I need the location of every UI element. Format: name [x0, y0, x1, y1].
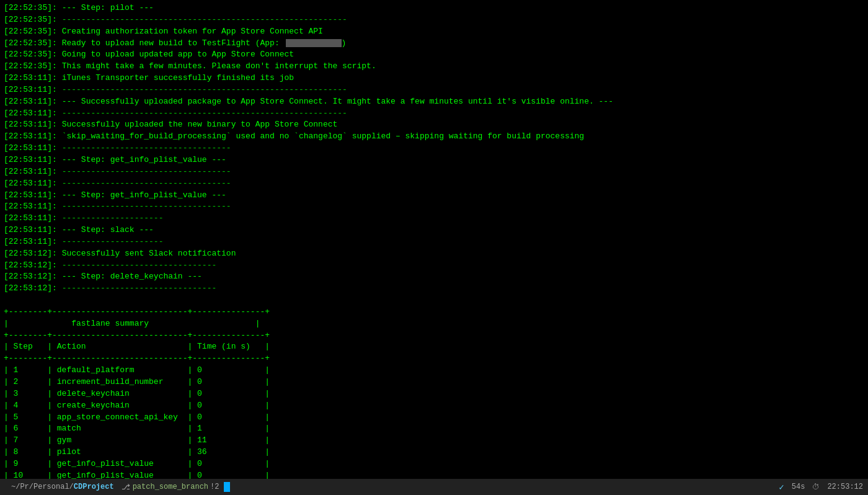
table-row: | 10 | get_info_plist_value | 0 | — [4, 470, 864, 479]
cursor-block — [224, 482, 230, 492]
log-line: [22:53:11]: Successfully uploaded the ne… — [4, 119, 864, 131]
terminal-output: [22:52:35]: --- Step: pilot --- [22:52:3… — [0, 0, 868, 479]
log-line: [22:53:11]: --------------------- — [4, 213, 864, 225]
branch-extra: !2 — [210, 483, 219, 491]
status-bar: ~/Pr/Personal/CDProject ⎇patch_some_bran… — [0, 479, 868, 495]
table-row: | 9 | get_info_plist_value | 0 | — [4, 458, 864, 470]
log-line: [22:53:12]: ----------------------------… — [4, 283, 864, 295]
log-line: [22:53:11]: ----------------------------… — [4, 178, 864, 190]
table-row: | 4 | create_keychain | 0 | — [4, 400, 864, 412]
log-line: [22:53:11]: iTunes Transporter successfu… — [4, 73, 864, 84]
check-icon: ✓ — [779, 482, 784, 493]
table-border: +--------+----------------------------+-… — [4, 306, 864, 318]
table-header: | fastlane summary | — [4, 318, 864, 330]
table-border: +--------+----------------------------+-… — [4, 353, 864, 365]
log-line: [22:53:11]: ----------------------------… — [4, 108, 864, 120]
branch-name: patch_some_branch — [133, 483, 208, 491]
table-row: | 6 | match | 1 | — [4, 423, 864, 435]
log-line: [22:53:11]: --- Successfully uploaded pa… — [4, 96, 864, 108]
log-line: [22:52:35]: This might take a few minute… — [4, 61, 864, 73]
table-row: | 5 | app_store_connect_api_key | 0 | — [4, 412, 864, 424]
log-line: [22:53:12]: ----------------------------… — [4, 260, 864, 272]
table-row: | 7 | gym | 11 | — [4, 435, 864, 447]
log-line: [22:53:11]: `skip_waiting_for_build_proc… — [4, 131, 864, 143]
log-line: [22:53:11]: ----------------------------… — [4, 166, 864, 178]
clock-icon: ⏱ — [812, 483, 820, 492]
log-line: [22:53:11]: ----------------------------… — [4, 84, 864, 96]
table-row: | 2 | increment_build_number | 0 | — [4, 377, 864, 388]
log-line: [22:52:35]: Going to upload updated app … — [4, 49, 864, 61]
log-line: [22:52:35]: ----------------------------… — [4, 14, 864, 26]
log-line: [22:52:35]: Ready to upload new build to… — [4, 38, 864, 50]
log-line: [22:53:11]: --------------------- — [4, 236, 864, 248]
git-icon: ⎇ — [122, 483, 130, 492]
log-line: [22:53:11]: --- Step: get_info_plist_val… — [4, 154, 864, 166]
table-row: | 3 | delete_keychain | 0 | — [4, 388, 864, 400]
redacted-value — [286, 39, 342, 47]
log-line: [22:52:35]: --- Step: pilot --- — [4, 2, 864, 14]
log-line: [22:53:11]: --- Step: get_info_plist_val… — [4, 190, 864, 202]
current-time: 22:53:12 — [827, 483, 863, 491]
duration: 54s — [792, 483, 805, 491]
log-line: [22:53:11]: --- Step: slack --- — [4, 225, 864, 236]
table-border: +--------+----------------------------+-… — [4, 330, 864, 342]
table-col-header: | Step | Action | Time (in s) | — [4, 341, 864, 353]
statusbar-right: ✓ 54s ⏱ 22:53:12 — [779, 482, 863, 493]
path-prefix: ~/Pr/Personal/ — [11, 483, 74, 491]
log-line: [22:52:35]: Creating authorization token… — [4, 26, 864, 38]
blank-line — [4, 295, 864, 306]
log-line: [22:53:12]: Successfully sent Slack noti… — [4, 248, 864, 260]
log-line: [22:53:11]: ----------------------------… — [4, 201, 864, 213]
table-row: | 1 | default_platform | 0 | — [4, 365, 864, 377]
log-line: [22:53:12]: --- Step: delete_keychain --… — [4, 271, 864, 283]
table-row: | 8 | pilot | 36 | — [4, 447, 864, 458]
path-project: CDProject — [74, 483, 114, 491]
log-line: [22:53:11]: ----------------------------… — [4, 143, 864, 154]
